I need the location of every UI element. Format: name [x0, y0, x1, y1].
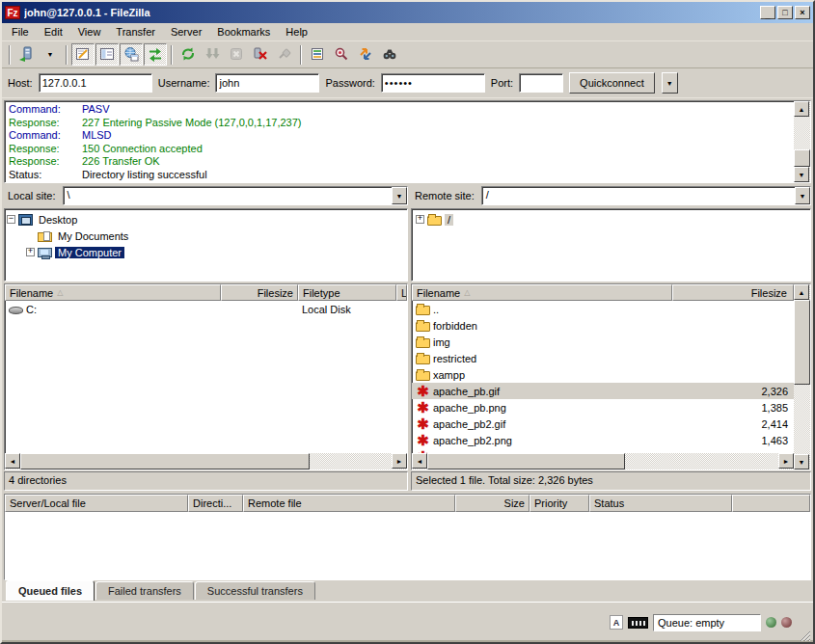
log-line: Response: 150 Connection accepted — [9, 143, 794, 156]
tree-item[interactable]: − Desktop — [5, 211, 407, 228]
file-row[interactable]: forbidden — [412, 317, 794, 334]
remote-site-combo[interactable]: / ▼ — [481, 186, 811, 205]
resize-grip[interactable] — [797, 628, 811, 642]
menu-item[interactable]: File — [4, 24, 37, 40]
scroll-right-icon[interactable]: ► — [778, 453, 794, 469]
toolbar-separator — [171, 45, 173, 65]
reconnect-icon — [277, 46, 292, 64]
file-row[interactable]: img — [412, 334, 794, 350]
scrollbar-thumb[interactable] — [794, 149, 810, 167]
menu-item[interactable]: Transfer — [108, 24, 163, 40]
chevron-down-icon[interactable]: ▼ — [392, 187, 407, 204]
scrollbar-thumb[interactable] — [20, 453, 310, 470]
toggle-transfer-queue-button[interactable] — [144, 43, 167, 66]
queue-header: Server/Local file Directi... Remote file… — [5, 495, 810, 512]
column-header-filename[interactable]: Filename △ — [5, 284, 221, 301]
remote-vertical-scrollbar[interactable]: ▲ ▼ — [794, 284, 810, 470]
file-row[interactable]: apache_pb2.png 1,463 — [412, 432, 794, 448]
title-bar[interactable]: Fz john@127.0.0.1 - FileZilla _ □ × — [2, 2, 813, 23]
local-horizontal-scrollbar[interactable]: ◄ ► — [5, 453, 407, 470]
scroll-up-icon[interactable]: ▲ — [794, 101, 809, 117]
tree-item[interactable]: My Documents — [5, 228, 407, 244]
remote-horizontal-scrollbar[interactable]: ◄ ► — [412, 453, 794, 470]
column-header-direction[interactable]: Directi... — [188, 495, 243, 512]
file-icon — [416, 401, 430, 414]
menu-item[interactable]: Server — [163, 24, 209, 40]
menu-item[interactable]: Edit — [37, 24, 70, 40]
synchronized-browsing-button[interactable] — [354, 43, 377, 66]
scroll-right-icon[interactable]: ► — [392, 453, 407, 469]
chevron-down-icon[interactable]: ▼ — [795, 187, 810, 204]
column-header-server-local-file[interactable]: Server/Local file — [5, 495, 188, 512]
ascii-data-type-icon[interactable]: A — [610, 615, 623, 630]
transfer-queue-icon — [148, 46, 163, 64]
process-queue-button[interactable] — [201, 43, 224, 66]
reconnect-button[interactable] — [273, 43, 296, 66]
queue-tab[interactable]: Failed transfers — [95, 581, 194, 600]
scroll-down-icon[interactable]: ▼ — [794, 454, 809, 470]
expander-icon[interactable]: + — [416, 215, 424, 224]
file-icon — [416, 371, 430, 381]
file-row[interactable]: apache_pb.gif 2,326 — [412, 383, 794, 399]
toggle-remote-tree-button[interactable] — [120, 43, 143, 66]
toolbar: ▼ — [2, 41, 813, 68]
column-header-size[interactable]: Size — [455, 495, 530, 512]
tree-item-label: My Computer — [55, 247, 124, 258]
minimize-button[interactable]: _ — [760, 6, 775, 19]
quickconnect-button[interactable]: Quickconnect — [569, 72, 655, 94]
disconnect-button[interactable] — [249, 43, 272, 66]
column-header-priority[interactable]: Priority — [530, 495, 589, 512]
host-input[interactable] — [39, 73, 152, 93]
file-row[interactable]: apache_pb2.gif 2,414 — [412, 416, 794, 432]
scroll-up-icon[interactable]: ▲ — [794, 284, 809, 300]
column-header-status[interactable]: Status — [589, 495, 732, 512]
directory-filters-button[interactable] — [306, 43, 329, 66]
maximize-button[interactable]: □ — [777, 6, 793, 19]
file-row[interactable]: xampp — [412, 366, 794, 383]
toggle-message-log-button[interactable] — [71, 43, 95, 66]
tree-item-icon — [38, 248, 52, 257]
site-manager-dropdown[interactable]: ▼ — [39, 43, 62, 66]
menu-item[interactable]: Help — [278, 24, 315, 40]
column-header-remote-file[interactable]: Remote file — [243, 495, 455, 512]
site-manager-button[interactable] — [14, 43, 38, 66]
scroll-down-icon[interactable]: ▼ — [794, 167, 809, 182]
file-row[interactable]: C: Local Disk — [5, 301, 407, 317]
expander-icon[interactable]: − — [7, 215, 15, 224]
local-site-combo[interactable]: \ ▼ — [63, 186, 408, 205]
tree-item[interactable]: + My Computer — [5, 244, 407, 260]
column-header-filesize[interactable]: Filesize — [221, 284, 298, 301]
log-vertical-scrollbar[interactable]: ▲ ▼ — [794, 101, 810, 182]
file-row[interactable]: restricted — [412, 350, 794, 366]
scroll-left-icon[interactable]: ◄ — [412, 453, 427, 469]
host-label: Host: — [8, 77, 33, 89]
menu-item[interactable]: Bookmarks — [209, 24, 278, 40]
username-input[interactable] — [215, 73, 319, 93]
remote-tree-icon — [123, 46, 139, 64]
find-files-button[interactable] — [378, 43, 401, 66]
tree-item-label: Desktop — [36, 214, 80, 226]
menu-item[interactable]: View — [70, 24, 109, 40]
file-row[interactable]: .. — [412, 301, 794, 317]
quickconnect-dropdown[interactable]: ▼ — [662, 72, 678, 94]
port-input[interactable] — [519, 73, 563, 93]
queue-tab[interactable]: Successful transfers — [195, 581, 315, 600]
scrollbar-thumb[interactable] — [427, 453, 625, 470]
column-header-filetype[interactable]: Filetype — [298, 284, 396, 301]
scroll-left-icon[interactable]: ◄ — [5, 453, 20, 469]
queue-tab[interactable]: Queued files — [6, 580, 95, 601]
column-header-filename[interactable]: Filename △ — [412, 284, 672, 301]
column-header-filesize[interactable]: Filesize — [672, 284, 794, 301]
column-header-lastmodified[interactable]: L — [396, 284, 407, 301]
scrollbar-thumb[interactable] — [794, 300, 810, 385]
refresh-button[interactable] — [177, 43, 200, 66]
expander-icon[interactable]: + — [26, 248, 35, 256]
speed-limit-icon[interactable] — [628, 617, 648, 629]
directory-comparison-button[interactable] — [330, 43, 353, 66]
close-button[interactable]: × — [795, 6, 810, 19]
tree-item[interactable]: + / — [412, 211, 810, 228]
cancel-operation-button[interactable] — [225, 43, 248, 66]
password-input[interactable] — [381, 73, 485, 93]
file-row[interactable]: apache_pb.png 1,385 — [412, 399, 794, 416]
toggle-local-tree-button[interactable] — [95, 43, 119, 66]
